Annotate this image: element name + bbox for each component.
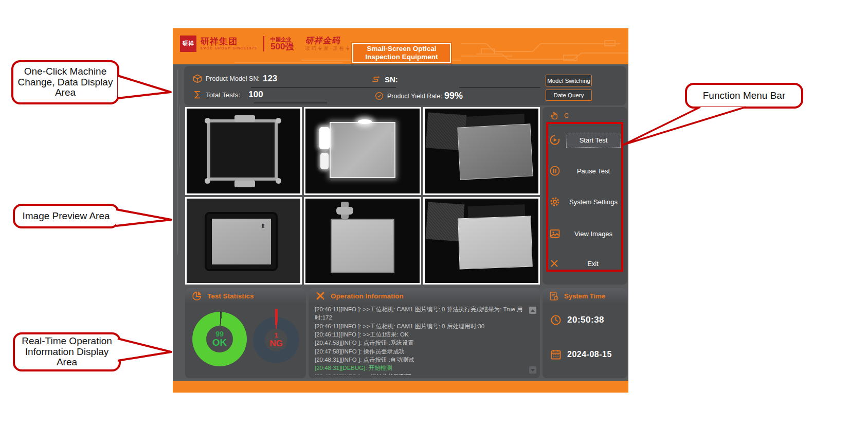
ok-label: OK xyxy=(212,338,227,348)
callout-data-display-area: One-Click Machine Change, Data Display A… xyxy=(11,60,119,104)
log-line: [20:48:31][INFO ]: >>初始化检测配置 xyxy=(315,373,526,375)
system-time-header: System Time xyxy=(542,288,627,304)
ng-donut-ring: 1 NG xyxy=(253,317,299,363)
test-statistics-title: Test Statistics xyxy=(207,292,254,300)
operation-information-header: Operation Information xyxy=(309,288,540,304)
system-settings-label: System Settings xyxy=(566,198,621,206)
ok-donut-ring: 99 OK xyxy=(192,312,247,366)
yield-rate-value: 99% xyxy=(444,91,463,101)
model-switching-button[interactable]: Model Switching xyxy=(546,75,592,86)
sn-label: SN: xyxy=(385,75,398,84)
log-scroll-down-button[interactable] xyxy=(529,366,536,374)
logo-divider xyxy=(263,36,264,51)
app-title-line2: Inspection Equipment xyxy=(365,53,438,61)
log-line: [20:46:11][INFO ]: >>工位1结果: OK xyxy=(315,330,526,339)
panel-shape xyxy=(458,216,532,269)
camera-image-5[interactable] xyxy=(304,197,421,285)
ok-donut-label: 99 OK xyxy=(192,312,247,366)
panel-tab-shape xyxy=(234,181,255,187)
data-display-panel: Product Model SN: 123 Total Tests: 100 S… xyxy=(184,66,626,105)
test-statistics-panel: Test Statistics 99 OK 1 NG xyxy=(185,288,306,378)
logo-group-name: 研祥集团 xyxy=(201,37,257,46)
camera-image-4[interactable]: ‖ xyxy=(185,197,302,285)
callout-log-display-area: Real-Time Operation Information Display … xyxy=(13,332,121,371)
logo-group-sub: EVOC GROUP SINCE1979 xyxy=(201,47,257,50)
ng-tick-mark xyxy=(275,309,278,322)
operation-information-title: Operation Information xyxy=(331,292,404,300)
knob-shape xyxy=(336,207,353,215)
system-time-panel: System Time 20:50:38 2024-08-15 xyxy=(542,288,627,378)
view-images-button[interactable]: View Images xyxy=(549,225,621,242)
log-output[interactable]: [20:46:11][INFO ]: >>工位相机: CAM1 图片编号: 0 … xyxy=(315,305,526,375)
callout-tail-1 xyxy=(118,76,171,98)
down-arrow-icon xyxy=(531,369,535,371)
system-time-title: System Time xyxy=(564,292,605,300)
yield-rate-label: Product Yield Rate: xyxy=(387,93,442,100)
pie-chart-icon xyxy=(191,290,203,302)
glare-shape xyxy=(358,119,372,123)
camera-image-1[interactable] xyxy=(185,107,302,195)
screenshot-canvas: 研祥 研祥集团 EVOC GROUP SINCE1979 中国企业 500强 研… xyxy=(0,0,868,443)
calendar-icon xyxy=(550,348,562,361)
left-decor-line-2 xyxy=(179,105,180,167)
test-statistics-header: Test Statistics xyxy=(185,288,306,304)
app-header: 研祥 研祥集团 EVOC GROUP SINCE1979 中国企业 500强 研… xyxy=(173,28,628,64)
callout-tail-4 xyxy=(624,107,746,145)
start-test-icon xyxy=(549,134,561,146)
callout-tail-2 xyxy=(116,209,171,226)
total-tests-field: Total Tests: 100 xyxy=(192,89,263,100)
app-footer-bar xyxy=(173,381,628,393)
operation-information-panel: Operation Information [20:46:11][INFO ]:… xyxy=(309,288,540,378)
exit-x-icon xyxy=(549,258,560,269)
callout-image-preview-area: Image Preview Area xyxy=(13,204,119,228)
callout-function-menu-bar: Function Menu Bar xyxy=(685,83,803,109)
underline xyxy=(251,87,396,88)
app-window: 研祥 研祥集团 EVOC GROUP SINCE1979 中国企业 500强 研… xyxy=(173,28,628,393)
app-title: Small-Screen Optical Inspection Equipmen… xyxy=(352,43,451,63)
function-menu-panel: C Start Test Pause Test System Settings … xyxy=(542,107,627,285)
panel-shape xyxy=(457,123,533,180)
ng-count: 1 xyxy=(274,332,278,339)
crossed-tools-icon xyxy=(315,290,326,302)
menu-header-label: C xyxy=(564,112,569,119)
product-model-field: Product Model SN: 123 xyxy=(192,74,277,84)
glare-shape xyxy=(319,127,330,149)
menu-header: C xyxy=(549,110,569,121)
camera-image-3[interactable] xyxy=(423,107,540,195)
total-tests-label: Total Tests: xyxy=(206,91,240,99)
pause-test-button[interactable]: Pause Test xyxy=(549,162,621,180)
camera-image-2[interactable] xyxy=(304,107,421,195)
total-tests-value: 100 xyxy=(248,90,263,100)
log-line: [20:48:31][INFO ]: 点击按钮 :自动测试 xyxy=(315,356,526,364)
exit-label: Exit xyxy=(565,260,621,268)
up-arrow-icon xyxy=(531,309,535,312)
yield-rate-field: Product Yield Rate: 99% xyxy=(374,91,463,101)
log-scroll-up-button[interactable] xyxy=(529,307,536,314)
log-line: [20:48:31][DEBUG]: 开始检测 xyxy=(315,364,526,372)
hand-click-icon xyxy=(549,110,560,121)
system-settings-button[interactable]: System Settings xyxy=(549,193,621,210)
glare-shape xyxy=(320,153,328,170)
sigma-icon xyxy=(192,89,203,100)
corner-dot xyxy=(205,178,210,184)
panel-frame-shape xyxy=(207,119,278,180)
logo-top500: 500强 xyxy=(270,42,294,51)
ok-count: 99 xyxy=(215,330,224,338)
log-line: [20:47:53][INFO ]: 点击按钮 :系统设置 xyxy=(315,339,526,347)
pause-test-label: Pause Test xyxy=(566,167,621,175)
date-row: 2024-08-15 xyxy=(550,348,612,361)
callout-tail-3 xyxy=(118,339,171,361)
ng-label: NG xyxy=(269,339,283,348)
date-query-button[interactable]: Date Query xyxy=(546,90,592,101)
corner-dot xyxy=(276,118,281,123)
start-test-button[interactable]: Start Test xyxy=(549,131,621,149)
evoc-logo-icon: 研祥 xyxy=(180,36,196,52)
camera-image-6[interactable] xyxy=(423,197,540,285)
exit-button[interactable]: Exit xyxy=(549,255,621,272)
app-title-line1: Small-Screen Optical xyxy=(367,45,436,53)
sn-flow-icon xyxy=(370,74,382,84)
ng-donut-label: 1 NG xyxy=(253,317,299,363)
clock-icon xyxy=(550,314,562,326)
log-line: [20:46:11][INFO ]: >>工位相机: CAM1 图片编号: 0 … xyxy=(315,322,526,330)
image-preview-grid: ‖ xyxy=(185,107,540,285)
